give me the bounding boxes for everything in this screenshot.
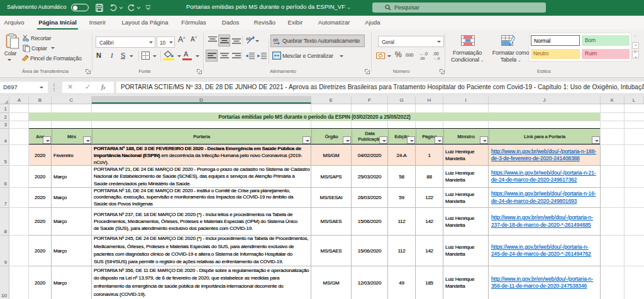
svg-text:ab: ab bbox=[273, 37, 278, 43]
svg-text:ab: ab bbox=[246, 36, 252, 41]
